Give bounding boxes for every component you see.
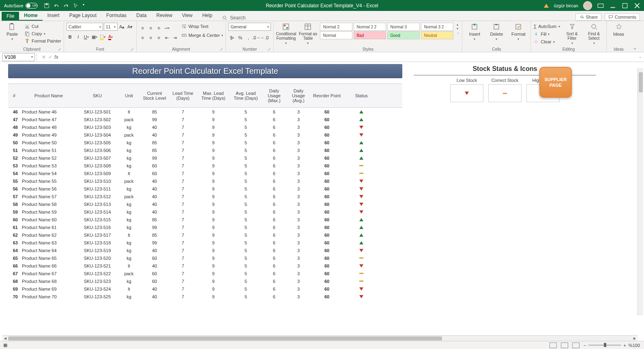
tab-page-layout[interactable]: Page Layout [64,11,101,21]
tell-me-search[interactable]: Search [222,15,245,21]
enter-formula-icon[interactable]: ✓ [48,54,52,60]
table-row[interactable]: 46Product Name 46SKU-123-501lt857956360 [8,108,402,116]
table-row[interactable]: 48Product Name 48SKU-123-503kg407956360 [8,123,402,131]
warning-icon[interactable] [544,4,549,8]
redo-icon[interactable] [63,3,69,9]
delete-cells-button[interactable]: Delete▾ [487,23,506,41]
table-row[interactable]: 47Product Name 47SKU-123-502pack99795636… [8,116,402,123]
decrease-decimal-icon[interactable]: ←.0 [261,34,268,41]
bold-button[interactable]: B [67,33,74,41]
table-row[interactable]: 57Product Name 57SKU-123-512pack40795636… [8,193,402,200]
styles-down-icon[interactable]: ▾ [457,27,459,30]
tab-view[interactable]: View [177,11,197,21]
table-row[interactable]: 54Product Name 54SKU-123-509lt607956360 [8,169,402,177]
format-painter-button[interactable]: Format Painter [24,37,61,45]
worksheet-area[interactable]: Reorder Point Calculator Excel Template … [0,62,644,314]
cancel-formula-icon[interactable]: ✕ [42,54,46,60]
maximize-icon[interactable] [621,2,629,9]
collapse-ribbon-icon[interactable]: ^ [631,21,639,52]
minimize-icon[interactable] [609,2,616,9]
table-row[interactable]: 53Product Name 53SKU-123-508kg607956360 [8,162,402,169]
table-row[interactable]: 68Product Name 68SKU-123-523kg607956360 [8,277,402,285]
cell-style-good[interactable]: Good [387,31,420,39]
table-row[interactable]: 63Product Name 63SKU-123-518kg997956360 [8,239,402,246]
table-row[interactable]: 69Product Name 69SKU-123-524lt407956360 [8,285,402,293]
vertical-scrollbar[interactable] [638,68,643,315]
table-row[interactable]: 67Product Name 67SKU-123-522pack60795636… [8,270,402,277]
fx-icon[interactable]: fx [52,54,60,60]
percent-icon[interactable]: % [236,34,244,41]
table-row[interactable]: 62Product Name 62SKU-123-517lt857956360 [8,231,402,239]
scroll-right-icon[interactable]: ► [632,336,638,340]
table-row[interactable]: 56Product Name 56SKU-123-511kg407956360 [8,185,402,193]
ribbon-display-icon[interactable] [597,2,604,9]
font-name-select[interactable]: Calibri▾ [67,23,103,31]
tab-review[interactable]: Review [151,11,177,21]
cell-style-normal-3[interactable]: Normal 3 [387,23,420,31]
conditional-formatting-button[interactable]: Conditional Formatting▾ [276,23,296,45]
cell-style-normal-2-2[interactable]: Normal 2 2 [354,23,386,31]
page-layout-view-icon[interactable] [561,343,568,348]
fill-color-button[interactable]: ⬚▾ [99,33,106,41]
align-center-icon[interactable]: ≡ [147,34,155,41]
page-break-view-icon[interactable] [572,343,580,348]
horizontal-scrollbar[interactable]: ◄ ► [2,335,638,341]
avatar[interactable] [583,1,592,10]
number-format-select[interactable]: General▾ [228,23,271,31]
zoom-in-icon[interactable]: + [623,343,626,348]
table-row[interactable]: 58Product Name 58SKU-123-513kg407956360 [8,200,402,208]
table-row[interactable]: 51Product Name 51SKU-123-506kg857956360 [8,146,402,154]
autosave-toggle[interactable]: Off [26,3,38,9]
qat-customize-icon[interactable]: ▾ [83,3,84,9]
italic-button[interactable]: I [75,33,82,41]
increase-decimal-icon[interactable]: .0→ [253,34,260,41]
increase-font-icon[interactable]: A▴ [118,23,126,30]
table-row[interactable]: 60Product Name 60SKU-123-515kg857956360 [8,216,402,223]
tab-home[interactable]: Home [19,11,42,21]
expand-formula-bar-icon[interactable]: ⌄ [639,55,642,59]
styles-more-icon[interactable]: ⌄ [457,31,459,34]
decrease-font-icon[interactable]: A▾ [127,23,134,30]
cell-style-normal-2[interactable]: Normal 2 [320,23,352,31]
cell-style-neutral[interactable]: Neutral [421,31,453,39]
wrap-text-button[interactable]: Wrap Text [181,23,223,30]
undo-icon[interactable] [54,3,59,9]
table-row[interactable]: 52Product Name 52SKU-123-507kg997956360 [8,154,402,162]
cut-button[interactable]: Cut [24,23,61,30]
clear-button[interactable]: Clear▾ [533,38,560,45]
currency-icon[interactable]: $▾ [228,34,236,41]
font-color-button[interactable]: A▾ [107,33,114,41]
table-row[interactable]: 66Product Name 66SKU-123-521lt407956360 [8,262,402,270]
format-cells-button[interactable]: Format▾ [509,23,528,41]
normal-view-icon[interactable] [550,343,557,348]
merge-center-button[interactable]: Merge & Center▾ [181,32,223,39]
insert-cells-button[interactable]: Insert▾ [465,23,484,41]
autosum-button[interactable]: ∑ AutoSum▾ [533,23,560,30]
zoom-slider[interactable] [588,345,621,346]
comments-button[interactable]: Comments [605,13,640,21]
paste-button[interactable]: Paste▾ [2,23,22,41]
table-row[interactable]: 61Product Name 61SKU-123-516kg997956360 [8,223,402,231]
align-top-icon[interactable]: ≡ [139,24,146,32]
tab-file[interactable]: File [2,12,19,21]
align-right-icon[interactable]: ≡ [155,34,163,41]
copy-button[interactable]: Copy▾ [24,30,61,37]
zoom-out-icon[interactable]: − [584,343,586,348]
sort-filter-button[interactable]: Sort & Filter▾ [562,23,582,45]
table-row[interactable]: 50Product Name 50SKU-123-505kg857956360 [8,139,402,146]
fill-button[interactable]: Fill▾ [533,30,560,38]
format-as-table-button[interactable]: Format as Table▾ [298,23,318,45]
save-icon[interactable] [44,3,49,9]
tab-data[interactable]: Data [131,11,151,21]
tab-insert[interactable]: Insert [43,11,64,21]
align-bottom-icon[interactable]: ≡ [155,24,163,32]
table-row[interactable]: 55Product Name 55SKU-123-510pack40795636… [8,177,402,185]
indent-decrease-icon[interactable]: ⇤ [163,34,171,41]
font-size-select[interactable]: 11▾ [104,23,118,31]
scroll-left-icon[interactable]: ◄ [2,336,8,340]
align-middle-icon[interactable]: ≡ [147,24,155,32]
align-left-icon[interactable]: ≡ [139,34,146,41]
table-row[interactable]: 65Product Name 65SKU-123-520kg607956360 [8,254,402,262]
formula-input[interactable] [60,53,635,61]
name-box[interactable]: V108▾ [2,53,35,61]
